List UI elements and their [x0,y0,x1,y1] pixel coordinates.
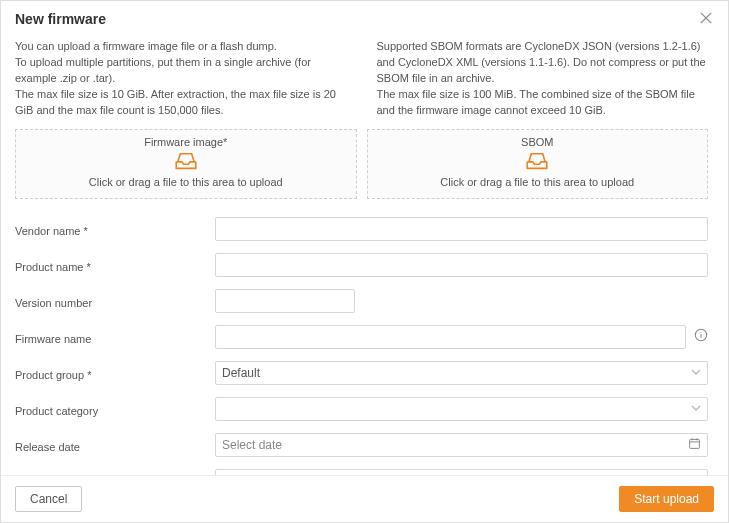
product-group-value: Default [222,366,260,380]
modal-header: New firmware [1,1,728,35]
chevron-down-icon [691,402,701,416]
label-version-number: Version number [15,293,215,309]
intro-text: You can upload a firmware image file or … [15,39,708,119]
cancel-button[interactable]: Cancel [15,486,82,512]
sbom-upload-title: SBOM [372,136,704,148]
row-vendor-name: Vendor name * [15,211,708,247]
modal-footer: Cancel Start upload [1,475,728,522]
form: Vendor name * Product name * Version num… [15,211,708,475]
firmware-upload-title: Firmware image* [20,136,352,148]
calendar-icon [688,437,701,453]
firmware-upload-hint: Click or drag a file to this area to upl… [20,176,352,188]
svg-rect-5 [690,439,700,448]
label-labels: Labels [15,473,215,475]
release-date-picker[interactable]: Select date [215,433,708,457]
product-group-select[interactable]: Default [215,361,708,385]
chevron-down-icon [691,474,701,475]
product-category-select[interactable] [215,397,708,421]
close-icon[interactable] [700,12,714,26]
intro-right: Supported SBOM formats are CycloneDX JSO… [377,39,709,119]
inbox-icon [524,150,550,172]
row-version-number: Version number [15,283,708,319]
label-product-group: Product group * [15,365,215,381]
chevron-down-icon [691,366,701,380]
firmware-image-upload[interactable]: Firmware image* Click or drag a file to … [15,129,357,199]
new-firmware-modal: New firmware You can upload a firmware i… [0,0,729,523]
row-product-category: Product category [15,391,708,427]
row-labels: Labels [15,463,708,475]
sbom-upload-hint: Click or drag a file to this area to upl… [372,176,704,188]
vendor-name-input[interactable] [215,217,708,241]
product-name-input[interactable] [215,253,708,277]
firmware-name-input[interactable] [215,325,686,349]
labels-select[interactable] [215,469,708,475]
label-release-date: Release date [15,437,215,453]
release-date-placeholder: Select date [222,438,282,452]
info-icon[interactable] [694,328,708,345]
upload-area-row: Firmware image* Click or drag a file to … [15,129,708,199]
modal-title: New firmware [15,11,106,27]
label-firmware-name: Firmware name [15,329,215,345]
row-product-group: Product group * Default [15,355,708,391]
svg-point-4 [700,332,701,333]
row-release-date: Release date Select date [15,427,708,463]
inbox-icon [173,150,199,172]
intro-left: You can upload a firmware image file or … [15,39,347,119]
start-upload-button[interactable]: Start upload [619,486,714,512]
sbom-upload[interactable]: SBOM Click or drag a file to this area t… [367,129,709,199]
modal-scroll[interactable]: You can upload a firmware image file or … [15,35,714,475]
row-product-name: Product name * [15,247,708,283]
version-number-input[interactable] [215,289,355,313]
label-vendor-name: Vendor name * [15,221,215,237]
modal-body: You can upload a firmware image file or … [1,35,728,475]
row-firmware-name: Firmware name [15,319,708,355]
label-product-name: Product name * [15,257,215,273]
label-product-category: Product category [15,401,215,417]
